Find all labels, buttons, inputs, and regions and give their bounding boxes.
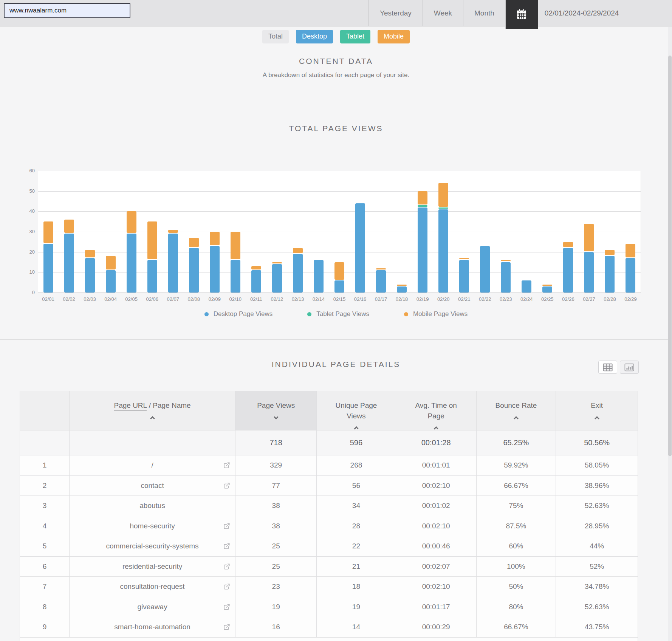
bar-segment-mobile-02/12 (272, 262, 282, 263)
bar-segment-mobile-02/18 (397, 285, 407, 286)
row-number: 8 (20, 597, 70, 617)
bar-segment-mobile-02/01 (43, 221, 53, 243)
avg-time-value: 00:00:29 (396, 617, 477, 637)
sort-ascending-icon (595, 416, 599, 421)
sort-ascending-icon (150, 416, 155, 421)
external-link-icon[interactable] (223, 563, 230, 570)
chart-view-button[interactable] (620, 361, 639, 374)
y-axis-tick-label: 40 (22, 208, 35, 214)
x-axis-label-02/08: 02/08 (183, 296, 204, 302)
week-button[interactable]: Week (423, 0, 463, 26)
bar-segment-mobile-02/05 (127, 211, 136, 233)
legend-item-mobile[interactable]: Mobile Page Views (404, 310, 468, 318)
calendar-button[interactable] (505, 0, 538, 29)
unique-views-value: 268 (317, 455, 396, 475)
filter-mobile-button[interactable]: Mobile (378, 30, 410, 43)
column-header-page-url[interactable]: Page URL / Page Name (70, 391, 235, 430)
y-axis-tick-label: 10 (22, 269, 35, 275)
external-link-icon[interactable] (223, 482, 230, 489)
date-range-label: 02/01/2024-02/29/2024 (538, 0, 626, 26)
bar-segment-desktop-02/29 (626, 258, 635, 293)
unique-views-value: 19 (317, 597, 396, 617)
x-axis-label-02/18: 02/18 (391, 296, 412, 302)
external-link-icon[interactable] (223, 462, 230, 469)
unique-views-value: 21 (317, 556, 396, 577)
bar-segment-mobile-02/07 (168, 230, 178, 233)
page-name: / (151, 461, 153, 469)
avg-time-value: 00:00:46 (396, 536, 477, 556)
content-data-header: CONTENT DATA A breakdown of statistics f… (0, 43, 672, 104)
bar-segment-desktop-02/24 (522, 280, 531, 293)
unique-views-value: 18 (317, 576, 396, 597)
x-axis-label-02/02: 02/02 (59, 296, 80, 302)
filter-tablet-button[interactable]: Tablet (340, 30, 370, 43)
page-views-value: 16 (235, 617, 317, 637)
page-views-value: 19 (235, 597, 317, 617)
y-axis-tick-label: 50 (22, 188, 35, 194)
bar-segment-mobile-02/19 (418, 191, 427, 205)
row-number: 3 (20, 495, 70, 516)
filter-total-button[interactable]: Total (262, 30, 289, 43)
avg-time-value: 00:02:10 (396, 516, 477, 536)
desktop-legend-dot-icon (204, 312, 209, 316)
table-view-button[interactable] (598, 361, 617, 374)
unique-views-value: 56 (317, 475, 396, 496)
bounce-rate-value: 50% (477, 576, 556, 597)
table-row: 6residential-security252100:02:07100%52% (20, 556, 638, 577)
site-url-input[interactable] (4, 3, 130, 18)
x-axis-label-02/16: 02/16 (350, 296, 371, 302)
x-axis-label-02/24: 02/24 (516, 296, 537, 302)
external-link-icon[interactable] (223, 523, 230, 530)
page-name: consultation-request (120, 582, 185, 591)
legend-item-desktop[interactable]: Desktop Page Views (204, 310, 273, 318)
external-link-icon[interactable] (223, 583, 230, 590)
content-data-subtitle: A breakdown of statistics for each page … (0, 71, 672, 79)
column-header-label: Page Views (246, 400, 305, 411)
x-axis-label-02/14: 02/14 (308, 296, 329, 302)
page-name-cell: contact (70, 475, 235, 496)
row-number: 7 (20, 576, 70, 597)
bounce-rate-value: 80% (477, 597, 556, 617)
yesterday-button[interactable]: Yesterday (369, 0, 423, 26)
page-name: giveaway (137, 603, 167, 611)
page-url-link[interactable]: Page URL (114, 401, 147, 410)
column-header-page-views[interactable]: Page Views (235, 391, 317, 430)
external-link-icon[interactable] (223, 624, 230, 630)
row-number: 9 (20, 617, 70, 637)
unique-views-value: 14 (317, 617, 396, 637)
totals-exit: 50.56% (556, 430, 638, 455)
column-header-avg-time-on-page[interactable]: Avg. Time on Page (396, 391, 477, 430)
x-axis-label-02/22: 02/22 (474, 296, 495, 302)
external-link-icon[interactable] (223, 543, 230, 550)
bar-segment-desktop-02/12 (272, 264, 282, 293)
month-button[interactable]: Month (463, 0, 505, 26)
page-views-value: 25 (235, 556, 317, 577)
sort-descending-icon (274, 415, 279, 420)
bar-segment-desktop-02/21 (459, 260, 469, 293)
x-axis-label-02/29: 02/29 (620, 296, 641, 302)
column-header-exit[interactable]: Exit (556, 391, 638, 430)
legend-item-tablet[interactable]: Tablet Page Views (307, 310, 369, 318)
page-name: residential-security (122, 562, 182, 571)
scrollbar-thumb[interactable] (668, 56, 672, 456)
filter-desktop-button[interactable]: Desktop (296, 30, 333, 43)
page-name-cell: residential-security (70, 556, 235, 577)
x-axis-label-02/07: 02/07 (163, 296, 184, 302)
avg-time-value: 00:01:02 (396, 495, 477, 516)
column-header-unique-page-views[interactable]: Unique Page Views (317, 391, 396, 430)
legend-label: Desktop Page Views (214, 310, 273, 318)
bar-segment-desktop-02/23 (501, 262, 511, 293)
column-header-bounce-rate[interactable]: Bounce Rate (477, 391, 556, 430)
x-axis-label-02/21: 02/21 (454, 296, 475, 302)
page-name-cell: consultation-request (70, 576, 235, 597)
page-name: smart-home-automation (114, 623, 190, 631)
external-link-icon[interactable] (223, 604, 230, 610)
y-axis-tick-label: 0 (22, 290, 35, 295)
bar-segment-desktop-02/25 (542, 286, 552, 293)
legend-label: Tablet Page Views (316, 310, 369, 318)
x-axis-label-02/27: 02/27 (578, 296, 599, 302)
bounce-rate-value: 60% (477, 536, 556, 556)
exit-value: 28.95% (556, 516, 638, 536)
bounce-rate-value: 59.92% (477, 455, 556, 475)
bar-segment-desktop-02/17 (376, 270, 386, 293)
